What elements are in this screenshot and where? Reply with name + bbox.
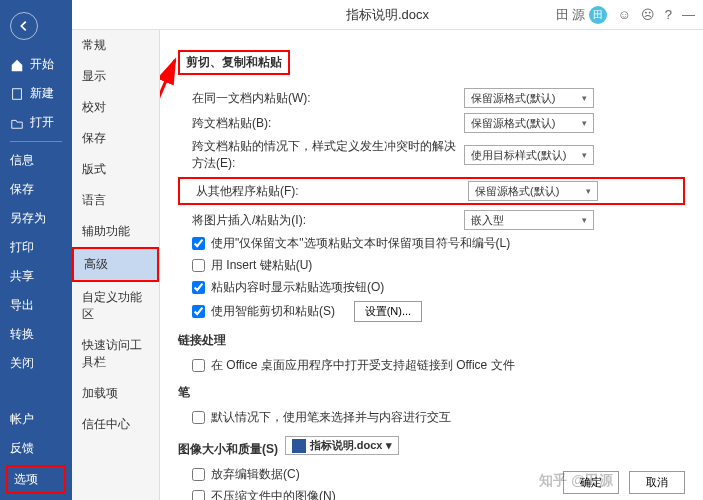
svg-line-1 (160, 60, 175, 210)
lbl-within-doc: 在同一文档内粘贴(W): (178, 90, 458, 107)
sel-cross-doc[interactable]: 保留源格式(默认)▾ (464, 113, 594, 133)
lbl-insert-pic: 将图片插入/粘贴为(I): (178, 212, 458, 229)
lbl-cross-doc-conflict: 跨文档粘贴的情况下，样式定义发生冲突时的解决方法(E): (178, 138, 458, 172)
nav-export[interactable]: 导出 (0, 291, 72, 320)
word-icon (292, 439, 306, 453)
nav-close[interactable]: 关闭 (0, 349, 72, 378)
section-pen: 笔 (178, 384, 685, 401)
chk-discard-edit[interactable] (192, 468, 205, 481)
chevron-down-icon: ▾ (582, 118, 587, 128)
sel-within-doc[interactable]: 保留源格式(默认)▾ (464, 88, 594, 108)
avatar: 田 (589, 6, 607, 24)
doc-title: 指标说明.docx (346, 6, 429, 24)
backstage-nav: 开始 新建 打开 信息 保存 另存为 打印 共享 导出 转换 关闭 帐户 反馈 … (0, 0, 72, 500)
ok-button[interactable]: 确定 (563, 471, 619, 494)
nav-saveas[interactable]: 另存为 (0, 204, 72, 233)
cat-language[interactable]: 语言 (72, 185, 159, 216)
chk-show-options[interactable] (192, 281, 205, 294)
chk-insert-paste[interactable] (192, 259, 205, 272)
cat-layout[interactable]: 版式 (72, 154, 159, 185)
minimize-icon[interactable]: — (682, 7, 695, 22)
cat-general[interactable]: 常规 (72, 30, 159, 61)
cat-addins[interactable]: 加载项 (72, 378, 159, 409)
face-icon[interactable]: ☺ (617, 7, 630, 22)
nav-feedback[interactable]: 反馈 (0, 434, 72, 463)
cat-advanced[interactable]: 高级 (72, 247, 159, 282)
cat-trust[interactable]: 信任中心 (72, 409, 159, 440)
question-icon[interactable]: ? (665, 7, 672, 22)
settings-button[interactable]: 设置(N)... (354, 301, 422, 322)
back-button[interactable] (10, 12, 38, 40)
section-link-handling: 链接处理 (178, 332, 685, 349)
settings-panel: 剪切、复制和粘贴 在同一文档内粘贴(W): 保留源格式(默认)▾ 跨文档粘贴(B… (160, 30, 703, 500)
cat-qat[interactable]: 快速访问工具栏 (72, 330, 159, 378)
lbl-other-programs: 从其他程序粘贴(F): (182, 183, 462, 200)
nav-account[interactable]: 帐户 (0, 405, 72, 434)
cat-customize-ribbon[interactable]: 自定义功能区 (72, 282, 159, 330)
sel-insert-pic[interactable]: 嵌入型▾ (464, 210, 594, 230)
nav-info[interactable]: 信息 (0, 146, 72, 175)
help-icon[interactable]: ☹ (641, 7, 655, 22)
chk-smart-cut[interactable] (192, 305, 205, 318)
chk-no-compress[interactable] (192, 490, 205, 501)
nav-share[interactable]: 共享 (0, 262, 72, 291)
lbl-cross-doc: 跨文档粘贴(B): (178, 115, 458, 132)
section-image-size: 图像大小和质量(S) 指标说明.docx ▾ (178, 436, 685, 458)
nav-new[interactable]: 新建 (0, 79, 72, 108)
cat-display[interactable]: 显示 (72, 61, 159, 92)
sel-cross-doc-conflict[interactable]: 使用目标样式(默认)▾ (464, 145, 594, 165)
nav-save[interactable]: 保存 (0, 175, 72, 204)
chk-office-links[interactable] (192, 359, 205, 372)
chk-pen-select[interactable] (192, 411, 205, 424)
nav-transform[interactable]: 转换 (0, 320, 72, 349)
chevron-down-icon: ▾ (582, 215, 587, 225)
cat-proofing[interactable]: 校对 (72, 92, 159, 123)
chevron-down-icon: ▾ (586, 186, 591, 196)
cat-save[interactable]: 保存 (72, 123, 159, 154)
nav-open[interactable]: 打开 (0, 108, 72, 137)
svg-rect-0 (13, 88, 22, 99)
titlebar: 指标说明.docx 田 源田 ☺ ☹ ? — (72, 0, 703, 30)
nav-print[interactable]: 打印 (0, 233, 72, 262)
options-categories: 常规 显示 校对 保存 版式 语言 辅助功能 高级 自定义功能区 快速访问工具栏… (72, 30, 160, 500)
section-cut-copy-paste: 剪切、复制和粘贴 (178, 50, 290, 75)
chk-keep-bullets[interactable] (192, 237, 205, 250)
chevron-down-icon: ▾ (582, 150, 587, 160)
cancel-button[interactable]: 取消 (629, 471, 685, 494)
nav-home[interactable]: 开始 (0, 50, 72, 79)
chevron-down-icon: ▾ (582, 93, 587, 103)
img-doc-dropdown[interactable]: 指标说明.docx ▾ (285, 436, 400, 455)
user-name[interactable]: 田 源田 (556, 6, 608, 24)
nav-options[interactable]: 选项 (6, 465, 66, 494)
cat-accessibility[interactable]: 辅助功能 (72, 216, 159, 247)
sel-other-programs[interactable]: 保留源格式(默认)▾ (468, 181, 598, 201)
